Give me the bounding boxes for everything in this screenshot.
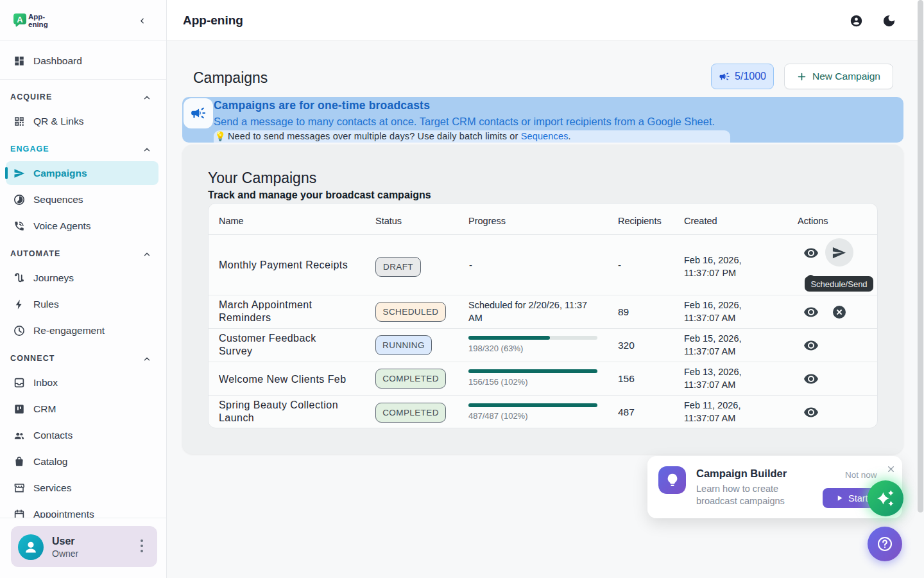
svg-text:A: A [17, 15, 23, 24]
